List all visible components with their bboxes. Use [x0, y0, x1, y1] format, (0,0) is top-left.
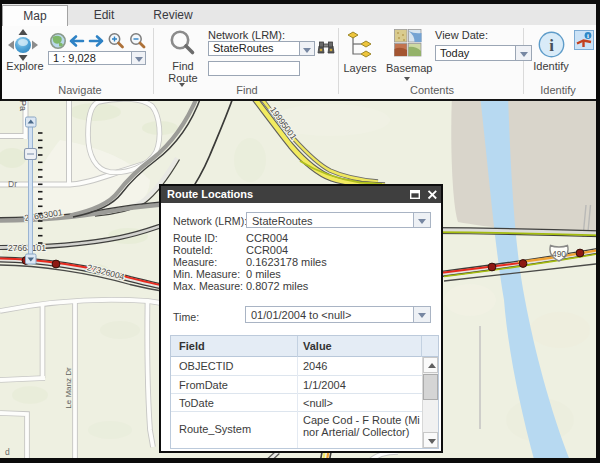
svg-text:Pa: Pa: [18, 100, 28, 111]
svg-text:i: i: [549, 36, 554, 55]
svg-text:Dr: Dr: [8, 179, 17, 189]
svg-text:d: d: [5, 447, 10, 457]
svg-text:Le Manz Dr: Le Manz Dr: [64, 367, 73, 409]
svg-text:i: i: [587, 32, 589, 39]
svg-text:27663101: 27663101: [8, 243, 46, 253]
svg-text:490: 490: [552, 249, 566, 259]
